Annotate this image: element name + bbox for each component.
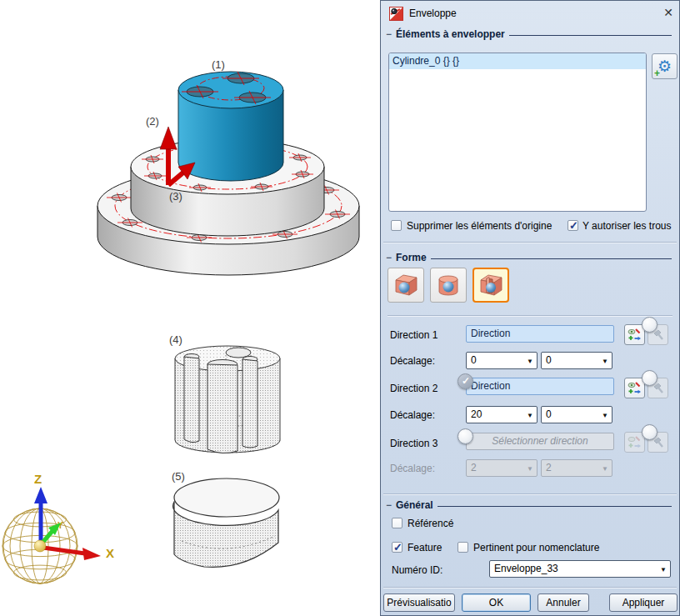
- direction3-input[interactable]: Sélectionner direction: [466, 433, 614, 450]
- orientation-sphere[interactable]: Y Z X: [2, 472, 114, 583]
- exact-shape-envelope-icon: [478, 273, 504, 298]
- apply-button[interactable]: Appliquer: [609, 593, 678, 612]
- add-elements-button[interactable]: ⚙ +: [652, 53, 678, 79]
- forme-option-cylinder[interactable]: [430, 268, 467, 303]
- collapse-icon[interactable]: −: [386, 252, 392, 263]
- chevron-down-icon: ▼: [527, 353, 533, 369]
- add-direction-icon: [628, 435, 642, 449]
- close-icon[interactable]: ✕: [661, 5, 676, 20]
- checkbox-supprimer-origine-label: Supprimer les éléments d'origine: [407, 220, 552, 232]
- axis-x-label: X: [106, 546, 114, 560]
- checkbox-feature-label: Feature: [408, 542, 442, 553]
- decalage2-combo-b[interactable]: 0 ▼: [541, 406, 612, 423]
- sphere-origin-ball: [34, 540, 46, 552]
- checkbox-autoriser-trous[interactable]: [568, 220, 578, 231]
- add-direction-icon: [628, 328, 642, 342]
- scene-svg: (1) (2) (3) (4) (5): [0, 0, 380, 616]
- direction3-label: Direction 3: [390, 438, 438, 449]
- group-header-forme: − Forme: [386, 252, 672, 263]
- group-header-general: − Général: [386, 499, 672, 511]
- direction2-check-knob[interactable]: [458, 373, 473, 389]
- enveloppe-dialog: Enveloppe ✕ − Éléments à envelopper Cyli…: [380, 0, 680, 616]
- decalage1-label: Décalage:: [390, 355, 435, 367]
- cancel-button[interactable]: Annuler: [538, 593, 589, 612]
- chevron-down-icon: ▼: [602, 353, 608, 369]
- direction2-input[interactable]: Direction: [466, 378, 614, 395]
- collapse-icon[interactable]: −: [386, 499, 392, 511]
- numero-id-label: Numéro ID:: [392, 564, 442, 576]
- preview-shape-5[interactable]: [173, 478, 279, 567]
- separator: [383, 242, 677, 243]
- chevron-down-icon: ▼: [527, 408, 533, 423]
- direction3-check-knob[interactable]: [458, 428, 473, 444]
- chevron-down-icon: ▼: [602, 408, 608, 423]
- box-envelope-icon: [392, 273, 419, 298]
- preview-button[interactable]: Prévisualisatio: [383, 593, 455, 612]
- separator: [383, 493, 677, 494]
- chevron-down-icon: ▼: [527, 461, 533, 477]
- decalage2-combo-a[interactable]: 20 ▼: [466, 406, 538, 423]
- decalage2-label: Décalage:: [390, 409, 435, 421]
- viewport-3d[interactable]: (1) (2) (3) (4) (5): [0, 0, 380, 616]
- label-5: (5): [172, 470, 185, 483]
- separator: [383, 587, 677, 588]
- numero-id-combo[interactable]: Enveloppe_33 ▼: [489, 560, 671, 578]
- direction3-knob[interactable]: [642, 424, 658, 440]
- decalage1-combo-b[interactable]: 0 ▼: [541, 352, 612, 369]
- checkbox-nomenclature-label: Pertinent pour nomenclature: [473, 542, 599, 553]
- enveloppe-app-icon: [389, 7, 403, 21]
- decalage3-label: Décalage:: [390, 463, 435, 474]
- direction1-input[interactable]: Direction: [466, 325, 614, 343]
- separator: [388, 315, 672, 316]
- direction2-knob[interactable]: [642, 370, 658, 386]
- direction1-knob[interactable]: [642, 317, 658, 333]
- preview-shape-4[interactable]: [175, 346, 280, 453]
- checkbox-reference-label: Référencé: [408, 518, 453, 529]
- elements-listbox[interactable]: Cylindre_0 {} {}: [388, 53, 647, 212]
- group-header-elements: − Éléments à envelopper: [386, 28, 672, 40]
- direction1-label: Direction 1: [390, 329, 438, 341]
- checkbox-nomenclature[interactable]: [458, 542, 468, 553]
- checkbox-feature[interactable]: [392, 542, 402, 553]
- add-direction-icon: [628, 381, 642, 395]
- chevron-down-icon: ▼: [602, 461, 608, 477]
- checkbox-reference[interactable]: [392, 518, 402, 528]
- label-3: (3): [169, 190, 182, 203]
- checkbox-autoriser-trous-label: Y autoriser les trous: [582, 220, 672, 232]
- forme-option-exact-shape[interactable]: [472, 268, 509, 303]
- axis-x-arrow: [43, 548, 85, 553]
- dialog-title: Enveloppe: [409, 8, 457, 19]
- label-1: (1): [212, 58, 225, 71]
- collapse-icon[interactable]: −: [386, 28, 392, 40]
- checkbox-supprimer-origine[interactable]: [391, 220, 402, 231]
- cylinder-envelope-icon: [435, 273, 462, 298]
- decalage3-combo-b: 2 ▼: [541, 459, 612, 477]
- chevron-down-icon: ▼: [660, 562, 667, 578]
- decalage3-combo-a: 2 ▼: [466, 459, 538, 477]
- direction2-label: Direction 2: [390, 383, 438, 394]
- label-2: (2): [146, 115, 159, 128]
- label-4: (4): [169, 333, 182, 346]
- forme-option-box[interactable]: [388, 268, 424, 303]
- axis-z-label: Z: [34, 472, 42, 486]
- ok-button[interactable]: OK: [462, 593, 531, 612]
- list-item-selected[interactable]: Cylindre_0 {} {}: [389, 53, 646, 69]
- decalage1-combo-a[interactable]: 0 ▼: [466, 352, 538, 369]
- plus-badge-icon: +: [654, 68, 660, 78]
